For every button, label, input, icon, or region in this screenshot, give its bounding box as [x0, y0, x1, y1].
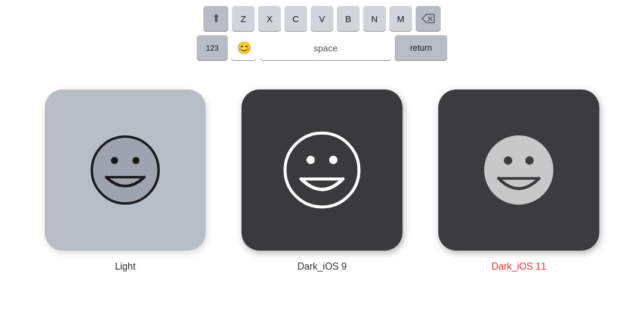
theme-dark11-label: Dark_iOS 11 [491, 261, 546, 272]
key-m[interactable]: M [389, 6, 412, 31]
keyboard: ⬆ Z X C V B N M 123 😊 space return [197, 0, 447, 64]
svg-point-12 [525, 156, 534, 165]
key-v[interactable]: V [311, 6, 333, 31]
keyboard-row-1: ⬆ Z X C V B N M [197, 6, 447, 31]
theme-card-light[interactable] [45, 89, 206, 251]
svg-point-10 [484, 135, 553, 205]
keyboard-row-2: 123 😊 space return [197, 35, 447, 60]
key-b[interactable]: B [337, 6, 360, 31]
svg-point-3 [111, 157, 118, 164]
key-c[interactable]: C [284, 6, 307, 31]
key-z[interactable]: Z [232, 6, 255, 31]
theme-card-dark11[interactable] [438, 89, 599, 251]
shift-icon: ⬆ [212, 12, 221, 25]
smiley-light-icon [83, 128, 167, 212]
theme-dark-ios9[interactable]: Dark_iOS 9 [242, 89, 402, 272]
backspace-key[interactable] [416, 6, 441, 31]
svg-point-4 [132, 157, 140, 164]
key-x[interactable]: X [258, 6, 281, 31]
theme-dark-ios11[interactable]: Dark_iOS 11 [438, 89, 599, 272]
key-n[interactable]: N [363, 6, 386, 31]
svg-point-2 [92, 137, 159, 203]
themes-container: Light Dark_iOS 9 Dark_iOS 11 [0, 84, 644, 278]
svg-point-7 [306, 156, 315, 164]
svg-point-6 [285, 133, 359, 207]
backspace-icon [422, 14, 435, 23]
key-123[interactable]: 123 [197, 35, 228, 60]
smiley-dark9-icon [277, 125, 367, 215]
svg-point-8 [329, 156, 338, 164]
space-key[interactable]: space [260, 35, 391, 60]
theme-light[interactable]: Light [45, 89, 206, 272]
emoji-key[interactable]: 😊 [231, 35, 256, 60]
shift-key[interactable]: ⬆ [203, 6, 228, 31]
return-key[interactable]: return [395, 35, 447, 60]
smiley-dark11-icon [477, 128, 561, 212]
theme-dark9-label: Dark_iOS 9 [298, 261, 347, 272]
theme-light-label: Light [115, 261, 136, 272]
theme-card-dark9[interactable] [242, 89, 402, 251]
svg-point-11 [504, 156, 512, 165]
